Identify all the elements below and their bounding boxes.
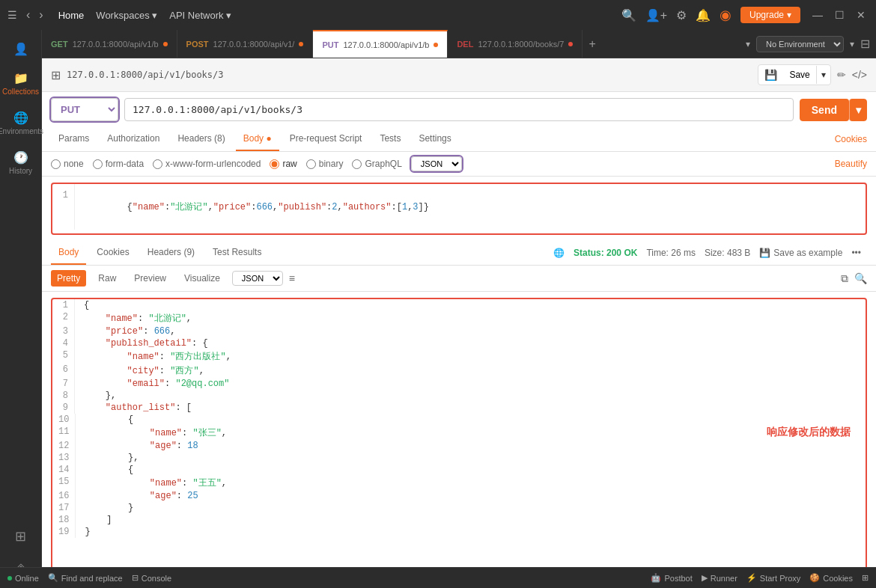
res-tab-cookies[interactable]: Cookies — [89, 241, 136, 265]
online-status[interactable]: Online — [7, 574, 39, 583]
body-none-option[interactable]: none — [51, 159, 84, 169]
url-bar: ⊞ 127.0.0.1:8000/api/v1/books/3 💾 Save ▾… — [42, 58, 876, 92]
req-tab-authorization[interactable]: Authorization — [100, 127, 167, 151]
forward-button[interactable]: › — [36, 7, 46, 23]
sidebar-item-history[interactable]: 🕐 History — [0, 144, 41, 181]
tab-method-post: POST — [186, 40, 209, 49]
req-tab-pre-request[interactable]: Pre-request Script — [282, 127, 370, 151]
response-body: 1 { 2 "name": "北游记", 3 "price": 666, 4 "… — [51, 298, 867, 582]
cookies-link[interactable]: Cookies — [835, 128, 867, 150]
sidebar-item-history-label: History — [9, 167, 32, 175]
save-dropdown-button[interactable]: ▾ — [816, 66, 830, 84]
console-button[interactable]: ⊟ Console — [132, 573, 171, 583]
tab-post[interactable]: POST 127.0.0.1:8000/api/v1/ — [177, 30, 314, 58]
tabs-arrow-icon[interactable]: ▾ — [746, 39, 750, 49]
sidebar-item-collections[interactable]: 📁 Collections — [0, 65, 41, 102]
search-icon[interactable]: 🔍 — [621, 8, 636, 22]
tab-get[interactable]: GET 127.0.0.1:8000/api/v1/b — [42, 30, 177, 58]
close-button[interactable]: ✕ — [854, 9, 869, 21]
back-button[interactable]: ‹ — [23, 7, 33, 23]
body-binary-option[interactable]: binary — [306, 159, 344, 169]
edit-icon[interactable]: ✏ — [837, 69, 846, 81]
settings-icon[interactable]: ⚙ — [676, 8, 687, 22]
cookies-button[interactable]: 🍪 Cookies — [809, 573, 853, 583]
main-content: GET 127.0.0.1:8000/api/v1/b POST 127.0.0… — [42, 30, 876, 588]
tab-dot-get — [163, 42, 168, 46]
res-tab-body[interactable]: Body — [51, 241, 86, 265]
notifications-icon[interactable]: 🔔 — [696, 8, 711, 22]
body-raw-option[interactable]: raw — [270, 159, 296, 169]
maximize-button[interactable]: ☐ — [832, 9, 848, 21]
method-select[interactable]: PUT — [51, 98, 118, 121]
sidebar-item-profile[interactable]: 👤 — [0, 36, 41, 62]
environments-icon: 🌐 — [13, 111, 28, 125]
send-dropdown-button[interactable]: ▾ — [849, 99, 867, 121]
req-tab-tests[interactable]: Tests — [372, 127, 408, 151]
res-tab-test-results[interactable]: Test Results — [205, 241, 269, 265]
history-icon: 🕐 — [13, 150, 28, 165]
res-format-preview[interactable]: Preview — [128, 270, 172, 287]
response-annotation: 响应修改后的数据 — [767, 426, 851, 439]
sidebar-item-environments[interactable]: 🌐 Environments — [0, 105, 41, 141]
save-example-button[interactable]: 💾 Save as example — [759, 248, 842, 258]
start-proxy-button[interactable]: ⚡ Start Proxy — [746, 573, 800, 583]
body-options: none form-data x-www-form-urlencoded raw… — [42, 152, 876, 177]
res-line-6: 6 "city": "西方", — [52, 364, 866, 378]
more-options-button[interactable]: ••• — [851, 248, 861, 258]
body-graphql-option[interactable]: GraphQL — [352, 159, 401, 169]
tab-del[interactable]: DEL 127.0.0.1:8000/books/7 — [448, 30, 583, 58]
invite-icon[interactable]: 👤+ — [645, 8, 667, 22]
layout-icon[interactable]: ⊟ — [860, 37, 870, 51]
res-line-8: 8 }, — [52, 390, 866, 402]
copy-icon[interactable]: ⧉ — [841, 272, 848, 285]
components-icon: ⊞ — [15, 528, 26, 545]
res-format-raw[interactable]: Raw — [92, 270, 122, 287]
postbot-button[interactable]: 🤖 Postbot — [651, 573, 692, 583]
req-tab-params[interactable]: Params — [51, 127, 97, 151]
response-tabs: Body Cookies Headers (9) Test Results 🌐 … — [42, 241, 876, 266]
code-icon[interactable]: </> — [852, 69, 867, 81]
req-tab-settings[interactable]: Settings — [411, 127, 458, 151]
workspaces-menu-item[interactable]: Workspaces ▾ — [96, 10, 157, 21]
sidebar-item-components[interactable]: ⊞ — [0, 522, 41, 551]
body-format-select[interactable]: JSON — [411, 156, 462, 171]
res-json-select[interactable]: JSON — [232, 271, 283, 286]
save-button[interactable]: Save — [783, 66, 815, 84]
beautify-button[interactable]: Beautify — [835, 159, 867, 169]
res-line-3: 3 "price": 666, — [52, 325, 866, 337]
minimize-button[interactable]: — — [809, 9, 826, 21]
api-network-menu-item[interactable]: API Network ▾ — [169, 10, 231, 21]
profile-icon: 👤 — [13, 42, 28, 56]
body-formdata-option[interactable]: form-data — [93, 159, 144, 169]
url-input[interactable] — [124, 98, 794, 121]
find-replace-button[interactable]: 🔍 Find and replace — [48, 573, 123, 583]
hamburger-icon[interactable]: ☰ — [7, 9, 17, 21]
res-line-14: 14 { — [52, 464, 866, 476]
res-format-pretty[interactable]: Pretty — [51, 270, 86, 287]
add-tab-button[interactable]: + — [583, 37, 601, 51]
runner-button[interactable]: ▶ Runner — [702, 573, 737, 583]
extra-statusbar-button[interactable]: ⊞ — [862, 573, 869, 583]
save-button-group: 💾 Save ▾ — [758, 64, 830, 85]
req-tab-headers[interactable]: Headers (8) — [170, 127, 232, 151]
tab-put[interactable]: PUT 127.0.0.1:8000/api/v1/b — [313, 30, 448, 58]
request-body-editor: 1 {"name":"北游记","price":666,"publish":2,… — [51, 183, 867, 235]
send-button[interactable]: Send — [800, 99, 849, 121]
res-search-icon[interactable]: 🔍 — [854, 272, 867, 285]
res-format-visualize[interactable]: Visualize — [178, 270, 226, 287]
res-line-16: 16 "age": 25 — [52, 490, 866, 502]
body-urlencoded-option[interactable]: x-www-form-urlencoded — [153, 159, 261, 169]
statusbar-left: Online 🔍 Find and replace ⊟ Console — [7, 573, 171, 583]
request-code-content[interactable]: {"name":"北游记","price":666,"publish":2,"a… — [75, 184, 438, 230]
save-example-icon: 💾 — [759, 248, 770, 258]
environment-select[interactable]: No Environment — [756, 36, 844, 52]
res-line-12: 12 "age": 18 — [52, 440, 866, 452]
home-menu-item[interactable]: Home — [58, 10, 85, 21]
avatar-icon[interactable]: ◉ — [720, 7, 731, 23]
env-manage-icon[interactable]: ▾ — [850, 39, 854, 49]
res-tab-headers[interactable]: Headers (9) — [140, 241, 202, 265]
res-line-19: 19 } — [52, 526, 866, 538]
req-tab-body[interactable]: Body ● — [236, 127, 279, 151]
res-format-icon[interactable]: ≡ — [289, 272, 295, 284]
upgrade-button[interactable]: Upgrade ▾ — [740, 7, 800, 23]
